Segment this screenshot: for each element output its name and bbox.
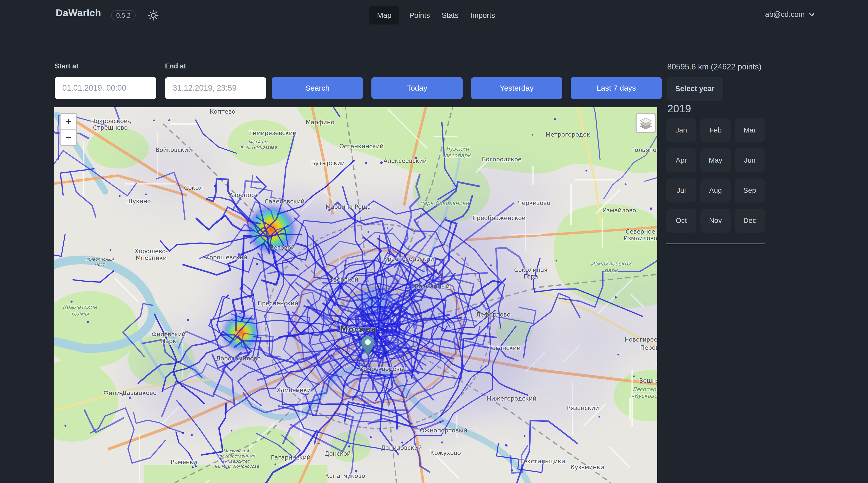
month-aug[interactable]: Aug: [701, 179, 731, 202]
svg-text:Останкинский: Останкинский: [339, 143, 384, 150]
svg-text:СеверноеИзмайлово: СеверноеИзмайлово: [624, 228, 657, 242]
month-jul[interactable]: Jul: [666, 179, 696, 202]
svg-text:парк Сокольники: парк Сокольники: [420, 200, 469, 206]
svg-text:Щукино: Щукино: [126, 198, 151, 204]
svg-text:Покровское-Стрешнево: Покровское-Стрешнево: [91, 118, 130, 131]
svg-text:Аэропорт: Аэропорт: [229, 192, 258, 198]
svg-text:Москва: Москва: [340, 324, 377, 334]
svg-text:Беговой: Беговой: [270, 244, 295, 251]
zoom-in-button[interactable]: +: [61, 114, 76, 129]
svg-text:Басманный: Басманный: [414, 283, 450, 290]
svg-text:Новогиреево: Новогиреево: [625, 336, 657, 343]
svg-text:Замоскворечье: Замоскворечье: [360, 365, 407, 372]
month-jan[interactable]: Jan: [666, 118, 696, 142]
svg-text:Вешняки: Вешняки: [639, 377, 657, 384]
app-logo: DaWarIch: [56, 8, 101, 19]
sidebar-divider: [666, 244, 765, 244]
svg-text:Хорошёвский: Хорошёвский: [206, 254, 247, 261]
zoom-out-button[interactable]: −: [61, 129, 76, 145]
start-at-input[interactable]: [55, 77, 156, 99]
svg-text:Савёловский: Савёловский: [265, 198, 305, 205]
chevron-down-icon: [808, 11, 815, 18]
svg-text:Тверской: Тверской: [330, 276, 359, 283]
svg-text:Бутырский: Бутырский: [311, 160, 345, 166]
select-year-button[interactable]: Select year: [667, 76, 723, 101]
theme-toggle[interactable]: [147, 9, 159, 22]
layers-control[interactable]: [636, 113, 656, 133]
svg-text:Хорошёво-Мнёвники: Хорошёво-Мнёвники: [135, 248, 168, 261]
svg-text:Лефортово: Лефортово: [476, 311, 510, 318]
distance-stats: 80595.6 km (24622 points): [667, 62, 762, 71]
svg-text:Преображенское: Преображенское: [472, 215, 525, 221]
version-badge: 0.5.2: [111, 10, 136, 21]
end-at-label: End at: [165, 62, 186, 70]
svg-text:Рязанский: Рязанский: [567, 405, 599, 411]
month-sep[interactable]: Sep: [735, 179, 765, 202]
month-grid: JanFebMarAprMayJunJulAugSepOctNovDec: [666, 118, 765, 232]
user-menu[interactable]: ab@cd.com: [765, 10, 815, 19]
year-heading: 2019: [667, 103, 691, 115]
svg-text:Таганский: Таганский: [488, 345, 521, 351]
svg-text:Метрогородок: Метрогородок: [546, 131, 590, 138]
end-at-input[interactable]: [165, 77, 266, 99]
svg-text:Алексеевский: Алексеевский: [383, 158, 427, 164]
svg-text:Кожухово: Кожухово: [430, 450, 461, 456]
svg-text:Гольяново: Гольяново: [631, 147, 657, 153]
svg-text:Пресненский: Пресненский: [257, 300, 298, 307]
svg-text:Красносельский: Красносельский: [383, 256, 434, 262]
svg-text:Канатчиково: Канатчиково: [325, 473, 365, 479]
map[interactable]: Покровское-СтрешневоКоптевоМарфиноТимиря…: [54, 107, 657, 483]
layers-icon: [639, 116, 653, 130]
svg-text:Текстильщики: Текстильщики: [520, 458, 565, 464]
tab-map[interactable]: Map: [369, 6, 399, 25]
month-may[interactable]: May: [701, 148, 731, 172]
month-nov[interactable]: Nov: [701, 208, 731, 232]
svg-text:Войковский: Войковский: [156, 147, 192, 153]
month-apr[interactable]: Apr: [666, 148, 696, 172]
month-feb[interactable]: Feb: [701, 118, 731, 142]
svg-text:Раменки: Раменки: [170, 459, 197, 465]
yesterday-button[interactable]: Yesterday: [471, 77, 562, 99]
svg-text:Нижегородский: Нижегородский: [487, 395, 536, 402]
map-zoom-control: + −: [60, 113, 78, 146]
svg-text:Кузьминки: Кузьминки: [570, 464, 604, 471]
svg-text:Перово: Перово: [640, 344, 657, 351]
search-button[interactable]: Search: [272, 77, 363, 99]
svg-text:Марьина Роща: Марьина Роща: [326, 203, 371, 210]
map-canvas: Покровское-СтрешневоКоптевоМарфиноТимиря…: [54, 107, 657, 483]
month-oct[interactable]: Oct: [666, 208, 696, 232]
last7-button[interactable]: Last 7 days: [571, 77, 662, 99]
svg-text:Коптево: Коптево: [210, 108, 236, 115]
svg-text:Марфино: Марфино: [306, 119, 334, 126]
svg-text:Даниловский: Даниловский: [381, 445, 422, 451]
nav-tabs: MapPointsStatsImports: [369, 6, 497, 25]
tab-points[interactable]: Points: [408, 6, 431, 25]
month-jun[interactable]: Jun: [735, 148, 765, 172]
svg-text:Фили-Давыдково: Фили-Давыдково: [103, 390, 157, 396]
month-dec[interactable]: Dec: [735, 208, 765, 232]
svg-text:Гагаринский: Гагаринский: [271, 454, 310, 461]
svg-text:Измайлово: Измайлово: [602, 207, 636, 214]
svg-text:Тимирязевский: Тимирязевский: [249, 130, 297, 136]
today-button[interactable]: Today: [371, 77, 463, 99]
svg-text:Южнопортовый: Южнопортовый: [418, 427, 467, 434]
svg-text:Донской: Донской: [325, 450, 351, 457]
quick-range-buttons: SearchTodayYesterdayLast 7 days: [272, 77, 662, 99]
sun-icon: [148, 10, 159, 21]
tab-imports[interactable]: Imports: [469, 6, 497, 25]
tab-stats[interactable]: Stats: [440, 6, 460, 25]
svg-text:Хамовники: Хамовники: [277, 387, 311, 393]
svg-text:Сокол: Сокол: [184, 185, 203, 191]
svg-text:Черкизово: Черкизово: [518, 200, 550, 206]
user-email: ab@cd.com: [765, 10, 805, 19]
start-at-label: Start at: [55, 62, 79, 70]
svg-text:Дорогомилово: Дорогомилово: [216, 355, 261, 362]
month-mar[interactable]: Mar: [735, 118, 765, 142]
svg-text:Богородское: Богородское: [482, 156, 521, 163]
